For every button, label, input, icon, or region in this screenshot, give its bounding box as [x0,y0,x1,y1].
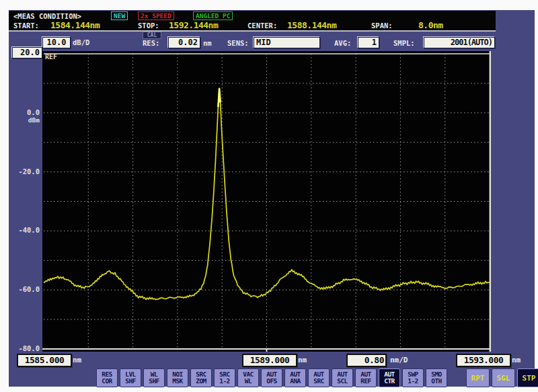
cal-indicator: CAL [143,32,161,39]
softkey-lvl-shf[interactable]: LVLSHF [120,368,141,387]
spectrum-trace [44,89,490,300]
start-value: 1584.144nm [50,20,100,30]
softkey-aut-ctr[interactable]: AUTCTR [379,368,400,387]
sens-field: MID [254,37,320,48]
softkey-spacer [449,368,464,387]
res-unit: nm [203,39,212,47]
sweep-key-sgl[interactable]: SGL [492,368,515,387]
stop-label: STOP: [138,22,159,30]
sweep-range-row: START: 1584.144nm STOP: 1592.144nm CENTE… [9,19,496,30]
softkey-row: RESCORLVLSHFWLSHFNOIMSKSRCZOMSRC1-2VACWL… [96,368,538,387]
softkey-wl-shf[interactable]: WLSHF [143,368,165,387]
res-field: 0.02 [168,37,200,48]
softkey-swp-1-2[interactable]: SWP1-2 [402,368,424,387]
softkey-src-1-2[interactable]: SRC1-2 [214,368,235,387]
x-start-unit: nm [73,356,81,364]
y-axis-unit: dBm [9,116,40,124]
x-end-unit: nm [512,356,521,364]
instrument-screen: <MEAS CONDITION> NEW 2x SPEED ANGLED PC … [9,10,535,387]
spectrum-plot: REF [42,51,491,352]
softkey-aut-scl[interactable]: AUTSCL [332,368,353,387]
center-value: 1588.144nm [287,20,336,30]
sweep-key-stp[interactable]: STP [517,368,538,387]
level-scale-unit: dB/D [73,38,89,46]
ref-level-field: 20.0 [12,47,42,58]
softkey-vac-wl[interactable]: VACWL [237,368,259,387]
x-start-field: 1585.000 [17,354,72,367]
avg-field: 1 [358,37,379,48]
softkey-src-zom[interactable]: SRCZOM [190,368,212,387]
x-scale-field: 0.80 [346,354,387,367]
spectrum-svg [42,51,491,352]
x-center-field: 1589.000 [242,354,297,367]
smpl-label: SMPL: [393,39,415,47]
softkey-aut-ana[interactable]: AUTANA [284,368,306,387]
level-scale-field: 10.0 [42,37,71,48]
meas-condition-header: <MEAS CONDITION> NEW 2x SPEED ANGLED PC … [9,11,496,32]
sweep-key-rpt[interactable]: RPT [466,368,490,387]
y-axis-label: 0.0 [9,108,40,116]
y-axis-label: -60.0 [9,285,40,293]
softkey-noi-msk[interactable]: NOIMSK [167,368,188,387]
span-value: 8.0nm [418,20,443,30]
smpl-field: 2001(AUTO) [424,37,495,48]
y-axis-label: -20.0 [9,167,40,175]
stop-value: 1592.144nm [169,20,218,30]
sens-label: SENS: [227,39,249,47]
span-label: SPAN: [371,22,393,30]
y-axis-label: -40.0 [9,226,40,234]
start-label: START: [13,22,39,30]
softkey-aut-ref[interactable]: AUTREF [355,368,377,387]
y-axis-label: -80.0 [9,344,40,352]
softkey-res-cor[interactable]: RESCOR [96,368,118,387]
x-center-unit: nm [298,356,307,364]
x-end-field: 1593.000 [456,354,511,367]
center-label: CENTER: [247,22,277,30]
softkey-aut-ofs[interactable]: AUTOFS [261,368,282,387]
ref-line-label: REF [45,53,57,61]
avg-label: AVG: [334,39,351,47]
res-label: RES: [143,39,159,47]
softkey-smo-oth[interactable]: SMOOTH [426,368,447,387]
x-scale-unit: nm/D [390,356,408,364]
osa-screenshot: { "colors": { "background": "#474780", "… [0,0,538,392]
softkey-aut-src[interactable]: AUTSRC [308,368,330,387]
